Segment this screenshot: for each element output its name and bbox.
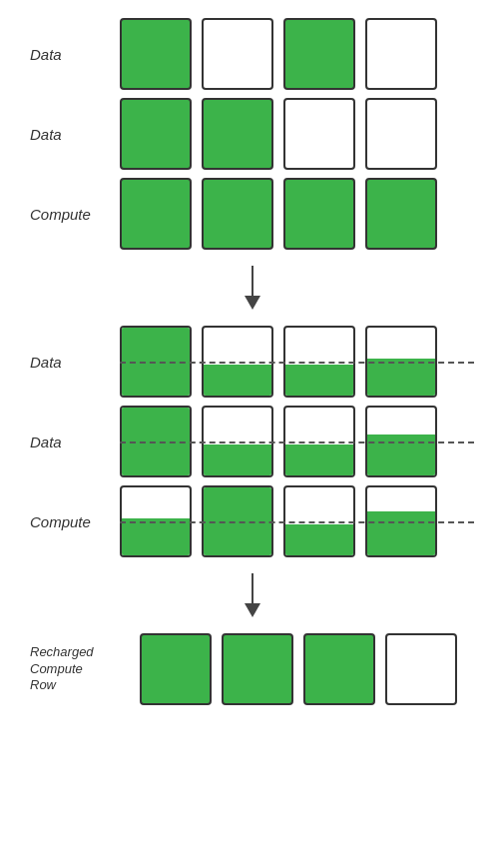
top-data-row-1: Data bbox=[30, 18, 474, 90]
mid-data-row-1: Data bbox=[30, 326, 474, 398]
middle-section: Data bbox=[10, 326, 494, 557]
cell bbox=[202, 326, 273, 398]
mid-compute-label: Compute bbox=[30, 513, 110, 530]
top-compute-row: Compute bbox=[30, 178, 474, 250]
cell bbox=[120, 98, 192, 170]
bottom-label: Recharged Compute Row bbox=[30, 644, 130, 695]
cell bbox=[120, 178, 192, 250]
cell bbox=[202, 485, 273, 557]
top-data-label-2: Data bbox=[30, 126, 110, 143]
cell bbox=[365, 98, 437, 170]
cell bbox=[202, 18, 273, 90]
arrow-shaft-2 bbox=[252, 573, 253, 603]
mid-compute-row: Compute bbox=[30, 485, 474, 557]
top-section: Data Data Compute bbox=[10, 18, 494, 250]
cell bbox=[283, 406, 355, 477]
top-data-cells-2 bbox=[120, 98, 437, 170]
diagram: Data Data Compute bbox=[0, 0, 504, 723]
cell bbox=[283, 178, 355, 250]
cell bbox=[365, 406, 437, 477]
cell bbox=[283, 18, 355, 90]
cell bbox=[365, 178, 437, 250]
cell bbox=[385, 633, 457, 705]
top-data-label-1: Data bbox=[30, 46, 110, 63]
cell bbox=[365, 326, 437, 398]
bottom-cells bbox=[140, 633, 457, 705]
top-compute-label: Compute bbox=[30, 206, 110, 223]
cell bbox=[202, 406, 273, 477]
mid-data-label-2: Data bbox=[30, 434, 110, 450]
mid-data-cells-2 bbox=[120, 406, 437, 477]
arrow-head-2 bbox=[245, 603, 260, 617]
top-compute-cells bbox=[120, 178, 437, 250]
cell bbox=[202, 178, 273, 250]
cell bbox=[283, 485, 355, 557]
cell bbox=[365, 18, 437, 90]
cell bbox=[140, 633, 212, 705]
mid-data-label-1: Data bbox=[30, 354, 110, 371]
cell bbox=[283, 326, 355, 398]
top-data-row-2: Data bbox=[30, 98, 474, 170]
bottom-row: Recharged Compute Row bbox=[30, 633, 474, 705]
mid-data-row-2: Data bbox=[30, 406, 474, 477]
mid-compute-cells bbox=[120, 485, 437, 557]
cell bbox=[283, 98, 355, 170]
arrow-head bbox=[245, 296, 260, 310]
cell bbox=[202, 98, 273, 170]
arrow-1 bbox=[245, 266, 260, 310]
top-data-cells-1 bbox=[120, 18, 437, 90]
bottom-section: Recharged Compute Row bbox=[10, 633, 494, 705]
cell bbox=[120, 326, 192, 398]
arrow-2 bbox=[245, 573, 260, 617]
cell bbox=[365, 485, 437, 557]
cell bbox=[120, 485, 192, 557]
cell bbox=[303, 633, 375, 705]
cell bbox=[222, 633, 293, 705]
cell bbox=[120, 406, 192, 477]
arrow-shaft bbox=[252, 266, 253, 296]
cell bbox=[120, 18, 192, 90]
mid-data-cells-1 bbox=[120, 326, 437, 398]
